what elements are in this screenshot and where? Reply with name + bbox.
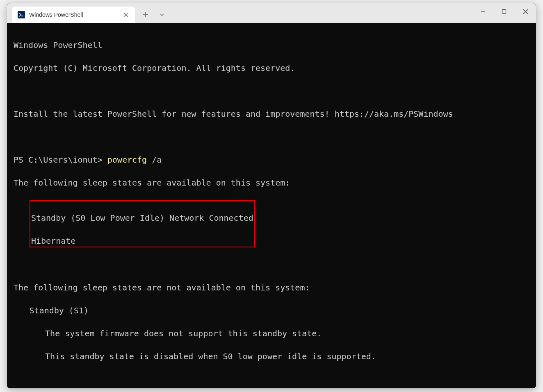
command-arg: /a	[147, 155, 162, 165]
tab-powershell[interactable]: Windows PowerShell	[12, 7, 135, 23]
blank-line	[14, 259, 529, 270]
new-tab-button[interactable]	[138, 7, 153, 22]
close-window-button[interactable]	[515, 3, 536, 20]
install-msg: Install the latest PowerShell for new fe…	[14, 108, 529, 120]
s1-title: Standby (S1)	[30, 305, 529, 316]
window-controls	[472, 3, 536, 20]
tab-close-button[interactable]	[122, 11, 130, 19]
tab-actions	[138, 7, 169, 23]
terminal-output[interactable]: Windows PowerShell Copyright (C) Microso…	[7, 23, 536, 388]
s1-reason: The system firmware does not support thi…	[45, 328, 529, 339]
titlebar: Windows PowerShell	[7, 3, 536, 23]
tab-dropdown-button[interactable]	[155, 7, 169, 22]
available-s0: Standby (S0 Low Power Idle) Network Conn…	[31, 212, 253, 224]
command: powercfg	[107, 155, 147, 165]
available-hibernate: Hibernate	[31, 235, 253, 247]
blank-line	[14, 85, 529, 97]
s1-reason: This standby state is disabled when S0 l…	[45, 351, 529, 362]
command-line: PS C:\Users\ionut> powercfg /a	[14, 154, 529, 165]
powershell-icon	[18, 11, 25, 18]
blank-line	[14, 131, 529, 143]
terminal-window: Windows PowerShell Windows Pow	[7, 3, 536, 388]
maximize-button[interactable]	[493, 3, 515, 20]
svg-rect-0	[502, 10, 506, 14]
tab-title: Windows PowerShell	[29, 11, 118, 18]
header-line: Windows PowerShell	[14, 39, 529, 51]
not-available-header: The following sleep states are not avail…	[14, 282, 529, 293]
copyright-line: Copyright (C) Microsoft Corporation. All…	[14, 62, 529, 74]
blank-line	[14, 374, 529, 385]
highlight-annotation: Standby (S0 Low Power Idle) Network Conn…	[14, 200, 529, 247]
minimize-button[interactable]	[472, 3, 493, 20]
available-header: The following sleep states are available…	[14, 177, 529, 188]
prompt: PS C:\Users\ionut>	[14, 155, 107, 165]
